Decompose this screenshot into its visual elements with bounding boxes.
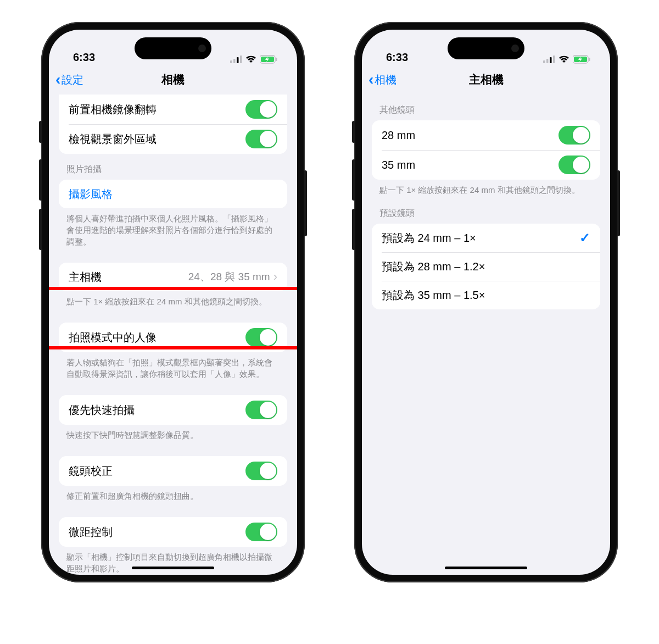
nav-title: 相機: [49, 72, 297, 87]
row-label: 前置相機鏡像翻轉: [69, 102, 157, 117]
svg-rect-8: [546, 59, 549, 63]
home-indicator[interactable]: [445, 567, 527, 569]
phone-left: 6:33 ‹ 設定 相機 前: [41, 22, 305, 582]
group-photo-style: 攝影風格: [59, 180, 287, 208]
footer-lens: 修正前置和超廣角相機的鏡頭扭曲。: [59, 486, 287, 504]
back-button[interactable]: ‹ 相機: [368, 72, 396, 87]
wifi-icon: [245, 55, 256, 63]
header-other-lens: 其他鏡頭: [372, 95, 600, 120]
row-lens-35[interactable]: 35 mm: [372, 150, 600, 180]
row-lens-correction[interactable]: 鏡頭校正: [59, 456, 287, 486]
row-prioritize-fast[interactable]: 優先快速拍攝: [59, 395, 287, 425]
toggle-lens-35[interactable]: [559, 156, 590, 174]
dynamic-island: [135, 37, 211, 59]
home-indicator[interactable]: [132, 567, 214, 569]
side-button: [39, 159, 42, 201]
row-label: 主相機: [69, 270, 102, 285]
group-main-camera: 主相機 24、28 與 35 mm ›: [59, 263, 287, 291]
group-lens-correction: 鏡頭校正: [59, 456, 287, 486]
toggle-portrait[interactable]: [245, 328, 277, 347]
header-default-lens: 預設鏡頭: [372, 198, 600, 224]
row-lens-28[interactable]: 28 mm: [372, 120, 600, 150]
chevron-left-icon: ‹: [368, 72, 373, 87]
nav-title: 主相機: [362, 72, 610, 87]
row-label: 拍照模式中的人像: [69, 330, 157, 345]
group-camera-options: 前置相機鏡像翻轉 檢視觀景窗外區域: [59, 95, 287, 154]
side-button: [39, 121, 42, 143]
row-mirror-front[interactable]: 前置相機鏡像翻轉: [59, 95, 287, 124]
row-label: 優先快速拍攝: [69, 403, 135, 418]
checkmark-icon: ✓: [579, 230, 590, 246]
toggle-lens-28[interactable]: [559, 126, 590, 145]
group-default-lens: 預設為 24 mm – 1× ✓ 預設為 28 mm – 1.2× 預設為 35…: [372, 224, 600, 309]
row-detail: 24、28 與 35 mm ›: [188, 270, 277, 284]
side-button: [617, 170, 620, 236]
row-label: 預設為 28 mm – 1.2×: [382, 259, 485, 274]
nav-bar: ‹ 設定 相機: [49, 65, 297, 95]
battery-icon: [260, 55, 277, 64]
signal-icon: [230, 55, 242, 63]
side-button: [352, 159, 355, 201]
toggle-macro[interactable]: [245, 523, 277, 541]
side-button: [39, 209, 42, 250]
row-macro-control[interactable]: 微距控制: [59, 517, 287, 547]
battery-icon: [573, 55, 590, 64]
side-button: [304, 170, 307, 236]
svg-rect-6: [276, 58, 277, 61]
header-photo-capture: 照片拍攝: [59, 154, 287, 180]
status-icons: [543, 55, 590, 64]
row-default-35[interactable]: 預設為 35 mm – 1.5×: [372, 281, 600, 309]
content-left: 前置相機鏡像翻轉 檢視觀景窗外區域 照片拍攝 攝影風格 將個人喜好帶進拍攝中來個…: [49, 95, 297, 575]
status-icons: [230, 55, 277, 64]
footer-main-camera: 點一下 1× 縮放按鈕來在 24 mm 和其他鏡頭之間切換。: [59, 291, 287, 309]
row-default-24[interactable]: 預設為 24 mm – 1× ✓: [372, 224, 600, 252]
status-time: 6:33: [386, 51, 408, 64]
phone-right: 6:33 ‹ 相機 主相機 其他鏡頭: [354, 22, 618, 582]
row-default-28[interactable]: 預設為 28 mm – 1.2×: [372, 252, 600, 281]
svg-rect-2: [237, 57, 239, 63]
row-label: 預設為 24 mm – 1×: [382, 231, 476, 246]
row-label: 28 mm: [382, 129, 415, 142]
footer-prioritize: 快速按下快門時智慧調整影像品質。: [59, 425, 287, 443]
row-label: 微距控制: [69, 525, 113, 540]
footer-portrait: 若人物或貓狗在「拍照」模式觀景框內顯著突出，系統會自動取得景深資訊，讓你稍後可以…: [59, 352, 287, 382]
toggle-prioritize-fast[interactable]: [245, 401, 277, 419]
row-label: 預設為 35 mm – 1.5×: [382, 288, 485, 303]
row-label: 鏡頭校正: [69, 464, 113, 479]
row-label: 檢視觀景窗外區域: [69, 132, 157, 147]
svg-rect-1: [233, 59, 236, 63]
toggle-lens-correction[interactable]: [245, 462, 277, 480]
footer-photo-style: 將個人喜好帶進拍攝中來個人化照片風格。「攝影風格」會使用進階的場景理解來對照片各…: [59, 208, 287, 249]
side-button: [352, 209, 355, 250]
back-button[interactable]: ‹ 設定: [55, 72, 83, 87]
nav-bar: ‹ 相機 主相機: [362, 65, 610, 95]
back-label: 設定: [62, 73, 83, 87]
svg-rect-9: [550, 57, 552, 63]
group-prioritize-fast: 優先快速拍攝: [59, 395, 287, 425]
chevron-right-icon: ›: [273, 270, 277, 284]
row-label: 攝影風格: [69, 187, 113, 202]
footer-other-lens: 點一下 1× 縮放按鈕來在 24 mm 和其他鏡頭之間切換。: [372, 180, 600, 198]
row-main-camera[interactable]: 主相機 24、28 與 35 mm ›: [59, 263, 287, 291]
svg-rect-13: [589, 58, 590, 61]
toggle-view-outside[interactable]: [245, 130, 277, 148]
row-view-outside[interactable]: 檢視觀景窗外區域: [59, 124, 287, 154]
chevron-left-icon: ‹: [55, 72, 60, 87]
toggle-mirror-front[interactable]: [245, 100, 277, 119]
wifi-icon: [559, 55, 569, 63]
svg-rect-0: [230, 60, 232, 63]
screen-right: 6:33 ‹ 相機 主相機 其他鏡頭: [362, 30, 610, 575]
signal-icon: [543, 55, 555, 63]
svg-rect-3: [240, 55, 242, 63]
screen-left: 6:33 ‹ 設定 相機 前: [49, 30, 297, 575]
side-button: [352, 121, 355, 143]
footer-macro: 顯示「相機」控制項目來自動切換到超廣角相機以拍攝微距照片和影片。: [59, 547, 287, 575]
dynamic-island: [448, 37, 524, 59]
group-macro: 微距控制: [59, 517, 287, 547]
status-time: 6:33: [73, 51, 95, 64]
row-photo-style[interactable]: 攝影風格: [59, 180, 287, 208]
row-portrait-in-photo[interactable]: 拍照模式中的人像: [59, 323, 287, 352]
group-other-lens: 28 mm 35 mm: [372, 120, 600, 180]
svg-rect-7: [543, 60, 545, 63]
row-label: 35 mm: [382, 159, 415, 171]
